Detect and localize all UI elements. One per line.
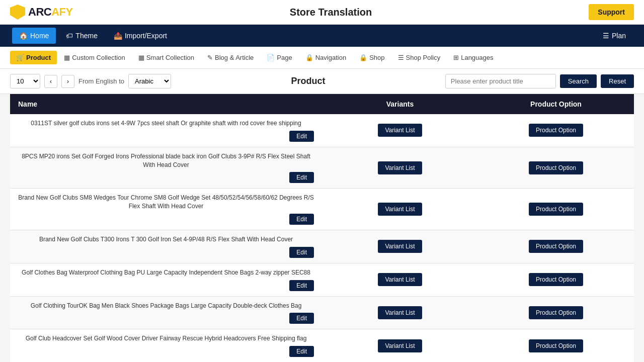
product-name: 8PCS MP20 irons Set Golf Forged Irons Pr… <box>18 152 314 169</box>
product-icon: 🛒 <box>16 54 24 61</box>
nav-plan[interactable]: ☰ Plan <box>595 25 634 47</box>
next-page-button[interactable]: › <box>61 75 74 88</box>
variant-list-button[interactable]: Variant List <box>378 203 422 216</box>
subnav-item-shop[interactable]: 🔒 Shop <box>353 51 390 64</box>
edit-button[interactable]: Edit <box>289 280 314 291</box>
product-name-cell: Golf Clothing TourOK Bag Men Black Shoes… <box>10 296 322 329</box>
product-option-button[interactable]: Product Option <box>529 203 583 216</box>
table-row: Golf Club Headcover Set Golf Wood Cover … <box>10 329 634 362</box>
subnav-shop-policy-label: Shop Policy <box>406 54 441 61</box>
nav-items: 🏠 Home 🏷 Theme 📤 Import/Export <box>10 25 175 47</box>
product-option-button[interactable]: Product Option <box>529 124 583 137</box>
nav-home-label: Home <box>30 32 49 40</box>
prev-page-button[interactable]: ‹ <box>44 75 57 88</box>
table-row: Brand New Golf Clubs T300 Irons T 300 Go… <box>10 230 634 263</box>
support-button[interactable]: Support <box>589 4 634 20</box>
search-input[interactable] <box>445 74 556 88</box>
logo-text: ARCAFY <box>28 6 73 19</box>
product-name-cell: Brand New Golf Clubs SM8 Wedges Tour Chr… <box>10 189 322 230</box>
variant-list-button[interactable]: Variant List <box>378 161 422 174</box>
nav-item-import-export[interactable]: 📤 Import/Export <box>106 25 175 47</box>
product-option-cell: Product Option <box>478 189 634 230</box>
policy-icon: ☰ <box>398 54 404 61</box>
collection-icon: ▦ <box>64 54 70 61</box>
nav-icon: 🔒 <box>305 54 313 61</box>
product-option-cell: Product Option <box>478 263 634 296</box>
variant-list-button[interactable]: Variant List <box>378 124 422 137</box>
subnav-item-custom-collection[interactable]: ▦ Custom Collection <box>58 51 131 64</box>
product-option-button[interactable]: Product Option <box>529 240 583 253</box>
logo-shield-icon <box>10 5 25 20</box>
subnav-shop-label: Shop <box>369 54 384 61</box>
product-option-button[interactable]: Product Option <box>529 339 583 352</box>
import-icon: 📤 <box>114 32 122 40</box>
subnav-languages-label: Languages <box>461 54 493 61</box>
product-name: Golf Clothes Bag Waterproof Clothing Bag… <box>22 268 310 277</box>
edit-button[interactable]: Edit <box>289 313 314 324</box>
subnav-item-languages[interactable]: ⊞ Languages <box>447 51 499 64</box>
variants-cell: Variant List <box>322 230 478 263</box>
table-container: Name Variants Product Option 0311ST silv… <box>10 94 634 362</box>
subnav-smart-collection-label: Smart Collection <box>146 54 194 61</box>
table-body: 0311ST silver golf clubs irons set 4-9W … <box>10 114 634 362</box>
nav-import-label: Import/Export <box>125 32 167 40</box>
subnav-item-product[interactable]: 🛒 Product <box>10 51 57 64</box>
product-option-button[interactable]: Product Option <box>529 161 583 174</box>
nav-item-home[interactable]: 🏠 Home <box>12 28 56 44</box>
product-option-cell: Product Option <box>478 230 634 263</box>
product-option-cell: Product Option <box>478 147 634 189</box>
product-option-button[interactable]: Product Option <box>529 306 583 319</box>
subnav-item-smart-collection[interactable]: ▦ Smart Collection <box>132 51 200 64</box>
product-name: Golf Club Headcover Set Golf Wood Cover … <box>26 334 307 343</box>
variant-list-button[interactable]: Variant List <box>378 273 422 286</box>
home-icon: 🏠 <box>19 32 28 40</box>
subnav-page-label: Page <box>277 54 292 61</box>
edit-button[interactable]: Edit <box>289 247 314 258</box>
page-icon: 📄 <box>267 54 275 61</box>
table-row: Golf Clothes Bag Waterproof Clothing Bag… <box>10 263 634 296</box>
per-page-select[interactable]: 102550100 <box>10 74 40 88</box>
nav-item-theme[interactable]: 🏷 Theme <box>58 25 106 47</box>
table-header: Name Variants Product Option <box>10 94 634 114</box>
subnav-blog-label: Blog & Article <box>215 54 254 61</box>
header: ARCAFY Store Translation Support <box>0 0 644 25</box>
variant-list-button[interactable]: Variant List <box>378 339 422 352</box>
theme-icon: 🏷 <box>66 32 73 40</box>
nav-plan-label: Plan <box>612 32 626 40</box>
blog-icon: ✎ <box>207 54 213 61</box>
shop-icon: 🔒 <box>359 54 367 61</box>
navbar: 🏠 Home 🏷 Theme 📤 Import/Export ☰ Plan <box>0 25 644 47</box>
edit-button[interactable]: Edit <box>289 172 314 183</box>
edit-button[interactable]: Edit <box>289 131 314 142</box>
product-option-cell: Product Option <box>478 296 634 329</box>
variant-list-button[interactable]: Variant List <box>378 306 422 319</box>
toolbar-title: Product <box>175 76 441 86</box>
nav-theme-label: Theme <box>75 32 98 40</box>
search-button[interactable]: Search <box>560 74 597 88</box>
subnav-item-page[interactable]: 📄 Page <box>261 51 298 64</box>
col-variants: Variants <box>322 94 478 114</box>
edit-button[interactable]: Edit <box>289 346 314 357</box>
col-name: Name <box>10 94 322 114</box>
from-label: From English to <box>78 77 124 85</box>
reset-button[interactable]: Reset <box>601 74 634 88</box>
edit-button[interactable]: Edit <box>289 214 314 225</box>
product-name-cell: Brand New Golf Clubs T300 Irons T 300 Go… <box>10 230 322 263</box>
product-option-button[interactable]: Product Option <box>529 273 583 286</box>
variants-cell: Variant List <box>322 114 478 147</box>
subnav-item-blog[interactable]: ✎ Blog & Article <box>201 51 260 64</box>
product-name-cell: 8PCS MP20 irons Set Golf Forged Irons Pr… <box>10 147 322 189</box>
product-name: 0311ST silver golf clubs irons set 4-9W … <box>31 119 301 128</box>
subnav-item-navigation[interactable]: 🔒 Navigation <box>299 51 352 64</box>
variant-list-button[interactable]: Variant List <box>378 240 422 253</box>
subnav-custom-collection-label: Custom Collection <box>72 54 125 61</box>
page-title: Store Translation <box>290 7 372 18</box>
table-row: Brand New Golf Clubs SM8 Wedges Tour Chr… <box>10 189 634 230</box>
subnav-item-shop-policy[interactable]: ☰ Shop Policy <box>392 51 447 64</box>
subnav: 🛒 Product ▦ Custom Collection ▦ Smart Co… <box>0 47 644 69</box>
products-table: Name Variants Product Option 0311ST silv… <box>10 94 634 362</box>
product-option-cell: Product Option <box>478 114 634 147</box>
subnav-navigation-label: Navigation <box>315 54 346 61</box>
language-select[interactable]: ArabicFrenchSpanishGerman <box>128 74 171 88</box>
table-row: 0311ST silver golf clubs irons set 4-9W … <box>10 114 634 147</box>
